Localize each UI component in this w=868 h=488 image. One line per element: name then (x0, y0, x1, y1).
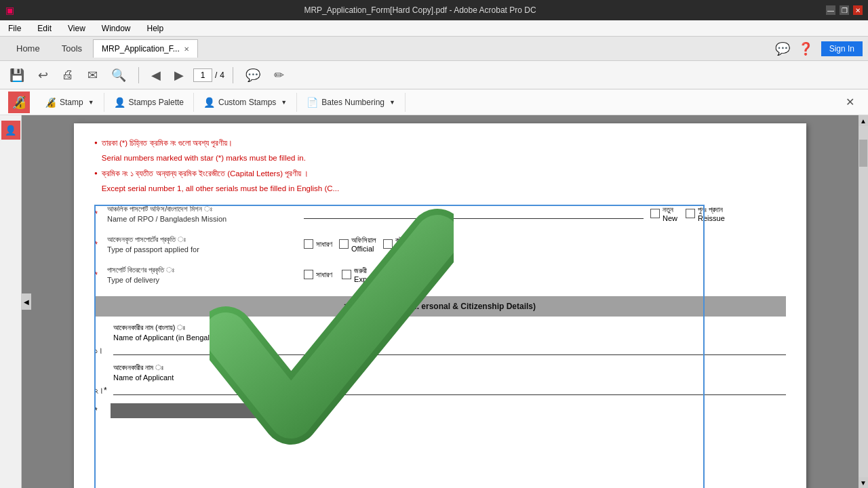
save-icon: 💾 (9, 68, 24, 83)
next-page-button[interactable]: ▶ (170, 65, 188, 85)
checkbox-ordinary-box[interactable] (304, 239, 313, 249)
stamp-toolbar-close-button[interactable]: ✕ (840, 93, 860, 111)
pen-button[interactable]: ✏ (270, 65, 288, 85)
help-icon[interactable]: ❓ (798, 41, 813, 56)
checkbox-regular-box[interactable] (304, 270, 313, 279)
menu-file[interactable]: File (5, 22, 24, 35)
rpo-label-group: আঞ্চলিক পাসপোর্ট অফিস/বাংলাদেশ মিশন ঃ Na… (107, 205, 297, 223)
pdf-page: ● তারকা (*) চিহ্নিত ক্রমিক নং গুলো অবশ্য… (74, 123, 806, 488)
checkbox-reissue: পুনঃ প্রদান Reissue (686, 205, 725, 222)
tab-bar: Home Tools MRP_Application_F... ✕ 💬 ❓ Si… (0, 37, 868, 61)
checkbox-ordinary-label: সাধারণ (316, 240, 332, 249)
menu-view[interactable]: View (65, 22, 88, 35)
row-num-1: ১। (94, 346, 111, 355)
pdf-viewer: ◀ ● তারকা (*) চিহ্নিত ক্রমিক নং গুলো অবশ… (22, 115, 859, 488)
title-bar-text: MRP_Application_Form[Hard Copy].pdf - Ad… (14, 5, 826, 15)
delivery-label-group: পাসপোর্ট বিতরণের প্রকৃতি ঃ Type of deliv… (107, 266, 297, 284)
title-bar: ▣ MRP_Application_Form[Hard Copy].pdf - … (0, 0, 868, 20)
form-row-rpo: * আঞ্চলিক পাসপোর্ট অফিস/বাংলাদেশ মিশন ঃ … (94, 205, 786, 223)
scroll-up-button[interactable]: ▲ (859, 115, 868, 126)
applicant-field-1 (113, 343, 786, 355)
bullet-text-bengali-2: ক্রমিক নং ১ ব্যতীত অন্যান্য ক্রমিক ইংরেজ… (102, 167, 309, 180)
sign-in-button[interactable]: Sign In (821, 41, 863, 56)
page-number-input[interactable] (193, 68, 212, 82)
annotate-icon: 💬 (245, 68, 260, 83)
passport-type-bengali-label: আবেদনকৃত পাসপোর্টের প্রকৃতি ঃ (107, 235, 297, 244)
section-header-citizenship: ব্যক্তিগত ও নাগরিকত্ব স... ersonal & Cit… (94, 296, 786, 317)
passport-type-checkboxes: সাধারণ অফিসিয়াল Official (304, 236, 430, 253)
stamp-arrow-icon: ▼ (88, 99, 94, 106)
annotate-button[interactable]: 💬 (241, 65, 264, 85)
applicant-row-2: ২।* আবেদনকারীর নাম ঃ Name of Applicant (94, 363, 786, 395)
rpo-field-line (304, 208, 644, 219)
custom-stamps-button[interactable]: 👤 Custom Stamps ▼ (194, 93, 297, 112)
save-button[interactable]: 💾 (5, 65, 28, 85)
stamp-toolbar: 🔏 🔏 Stamp ▼ 👤 Stamps Palette 👤 Custom St… (0, 89, 868, 115)
section-header-text: ব্যক্তিগত ও নাগরিকত্ব স... ersonal & Cit… (344, 302, 536, 311)
email-button[interactable]: ✉ (83, 65, 102, 85)
checkbox-express-box[interactable] (342, 270, 351, 279)
checkbox-express-english: Express (354, 275, 381, 283)
scrollbar[interactable]: ▲ ▼ (859, 115, 868, 488)
minimize-button[interactable]: — (826, 5, 835, 15)
tab-close-button[interactable]: ✕ (184, 45, 189, 53)
applicant-english-label-2: Name of Applicant (113, 373, 786, 382)
tab-document[interactable]: MRP_Application_F... ✕ (93, 39, 198, 58)
checkbox-new-english: New (663, 214, 677, 222)
tab-tools[interactable]: Tools (51, 39, 93, 58)
stamps-palette-button[interactable]: 👤 Stamps Palette (104, 93, 194, 112)
delivery-english-label: Type of delivery (107, 276, 297, 284)
comment-icon[interactable]: 💬 (775, 41, 790, 56)
close-window-button[interactable]: ✕ (853, 5, 863, 15)
delivery-bengali-label: পাসপোর্ট বিতরণের প্রকৃতি ঃ (107, 266, 297, 274)
bates-numbering-button[interactable]: 📄 Bates Numbering ▼ (297, 93, 406, 112)
search-icon: 🔍 (111, 68, 126, 83)
print-button[interactable]: 🖨 (58, 65, 78, 85)
bullet-item-3: ● ক্রমিক নং ১ ব্যতীত অন্যান্য ক্রমিক ইংর… (94, 167, 786, 180)
main-toolbar: 💾 ↩ 🖨 ✉ 🔍 ◀ ▶ / 4 💬 ✏ (0, 61, 868, 89)
field-container-1: আবেদনকারীর নাম (বাংলায়) ঃ Name of Appli… (113, 323, 786, 355)
stamp-button[interactable]: 🔏 Stamp ▼ (35, 93, 104, 112)
checkbox-reissue-english: Reissue (698, 214, 725, 222)
bullet-dot-1: ● (94, 140, 98, 146)
passport-type-label-group: আবেদনকৃত পাসপোর্টের প্রকৃতি ঃ Type of pa… (107, 235, 297, 253)
scroll-down-button[interactable]: ▼ (859, 477, 868, 488)
prev-page-button[interactable]: ◀ (147, 65, 165, 85)
checkbox-diplomatic-english: Diplomatic (395, 245, 430, 253)
checkbox-new-labels: নতুন New (663, 205, 677, 222)
scroll-thumb[interactable] (859, 140, 867, 167)
window-controls: — ❐ ✕ (826, 5, 863, 15)
bullet-text-english-2: Except serial number 1, all other serial… (102, 182, 339, 195)
collapse-panel-button[interactable]: ◀ (22, 293, 31, 310)
checkbox-regular: সাধারণ (304, 266, 332, 283)
bates-numbering-arrow-icon: ▼ (389, 99, 395, 106)
delivery-checkboxes: সাধারণ জরুরী Express (304, 266, 381, 283)
checkbox-diplomatic-labels: কূটনৈতিক Diplomatic (395, 236, 430, 253)
bullet-dot-3: ● (94, 170, 98, 176)
stamp-menu-icon: 🔏 (45, 97, 56, 108)
total-pages: 4 (220, 70, 224, 80)
panel-people-icon[interactable]: 👤 (1, 121, 20, 140)
checkbox-new-bengali: নতুন (663, 205, 677, 214)
bullet-section: ● তারকা (*) চিহ্নিত ক্রমিক নং গুলো অবশ্য… (94, 137, 786, 195)
stamp-panel-icon[interactable]: 🔏 (8, 92, 30, 113)
checkbox-diplomatic-box[interactable] (383, 239, 393, 249)
bullet-item-4: ● Except serial number 1, all other seri… (94, 182, 786, 195)
checkbox-new-box[interactable] (650, 209, 660, 218)
stamps-palette-label: Stamps Palette (129, 98, 184, 107)
menu-edit[interactable]: Edit (35, 22, 54, 35)
checkbox-reissue-box[interactable] (686, 209, 695, 218)
menu-window[interactable]: Window (99, 22, 134, 35)
checkbox-diplomatic-bengali: কূটনৈতিক (395, 236, 430, 245)
next-page-icon: ▶ (174, 68, 184, 83)
undo-button[interactable]: ↩ (34, 65, 52, 85)
checkbox-official-box[interactable] (339, 239, 349, 249)
bullet-item-1: ● তারকা (*) চিহ্নিত ক্রমিক নং গুলো অবশ্য… (94, 137, 786, 149)
tab-home[interactable]: Home (5, 39, 51, 58)
passport-type-english-label: Type of passport applied for (107, 245, 297, 253)
search-button[interactable]: 🔍 (107, 65, 130, 85)
menu-help[interactable]: Help (144, 22, 167, 35)
pen-icon: ✏ (274, 68, 284, 83)
checkbox-diplomatic: কূটনৈতিক Diplomatic (383, 236, 430, 253)
restore-button[interactable]: ❐ (840, 5, 849, 15)
